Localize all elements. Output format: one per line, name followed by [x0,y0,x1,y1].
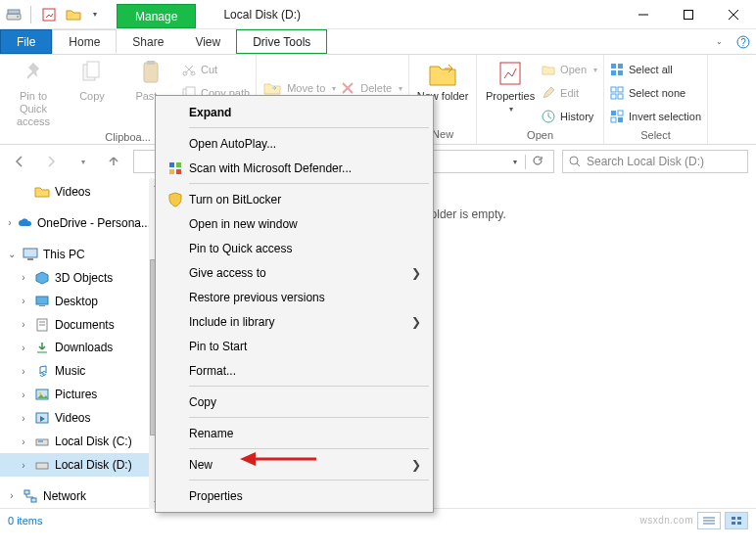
ctx-format[interactable]: Format... [158,358,431,383]
ctx-open-new-window[interactable]: Open in new window [158,211,431,236]
minimize-button[interactable] [621,0,666,29]
sidebar-item-videos2[interactable]: › Videos [0,406,151,430]
ctx-open-autoplay[interactable]: Open AutoPlay... [158,131,431,156]
title-bar: ▾ Manage Local Disk (D:) [0,0,756,29]
search-box[interactable]: Search Local Disk (D:) [562,150,748,173]
refresh-icon[interactable] [525,155,549,169]
ctx-include-library[interactable]: Include in library❯ [158,309,431,334]
svg-rect-60 [176,162,181,167]
tab-file[interactable]: File [0,29,52,54]
ctx-restore-previous[interactable]: Restore previous versions [158,285,431,309]
svg-rect-23 [618,64,623,69]
3d-icon [33,271,51,285]
breadcrumb-dropdown-icon[interactable]: ▾ [513,158,517,166]
sidebar-item-this-pc[interactable]: ⌄ This PC [0,243,151,266]
svg-rect-20 [500,63,520,84]
up-button[interactable] [102,150,125,173]
close-button[interactable] [711,0,756,29]
forward-button[interactable] [39,150,63,173]
select-all-button[interactable]: Select all [610,59,701,80]
select-none-icon [610,86,624,100]
status-item-count: 0 items [8,515,42,527]
select-none-button[interactable]: Select none [610,82,701,104]
ctx-bitlocker[interactable]: Turn on BitLocker [158,187,431,211]
svg-rect-38 [36,297,48,304]
drive-icon [33,435,51,447]
svg-rect-50 [24,490,29,494]
sidebar-item-3d-objects[interactable]: › 3D Objects [0,266,151,290]
svg-rect-28 [611,94,616,99]
view-large-icons-icon[interactable] [725,512,748,529]
qa-newfolder-icon[interactable] [64,6,83,23]
svg-rect-1 [8,10,20,14]
group-select: Select all Select none Invert selection … [604,55,708,144]
properties-button[interactable]: Properties▾ [483,59,538,114]
downloads-icon [33,341,51,354]
ctx-scan-defender[interactable]: Scan with Microsoft Defender... [158,156,431,180]
quick-access-toolbar: ▾ [0,0,105,28]
sidebar-item-music[interactable]: › Music [0,359,151,383]
ctx-pin-start[interactable]: Pin to Start [158,334,431,358]
maximize-button[interactable] [666,0,711,29]
open-icon [542,63,555,76]
scissors-icon [182,63,196,76]
back-button[interactable] [8,150,31,173]
ctx-give-access-to[interactable]: Give access to❯ [158,260,431,285]
invert-selection-button[interactable]: Invert selection [610,106,701,127]
svg-rect-39 [39,305,45,306]
qa-properties-icon[interactable] [40,6,58,23]
view-details-icon[interactable] [697,512,721,529]
open-button[interactable]: Open▾ [542,59,597,80]
svg-rect-27 [618,87,623,92]
sidebar-item-onedrive[interactable]: › OneDrive - Persona... [0,211,151,235]
ctx-properties[interactable]: Properties [158,483,431,508]
qa-customize-icon[interactable]: ▾ [89,8,99,21]
sidebar-item-downloads[interactable]: › Downloads [0,336,151,359]
edit-icon [542,86,555,100]
manage-tab-header: Manage [117,4,196,28]
history-button[interactable]: History [542,106,597,127]
sidebar-item-videos-qa[interactable]: Videos [0,180,151,204]
svg-rect-22 [611,64,616,69]
ctx-copy[interactable]: Copy [158,390,431,414]
ctx-new[interactable]: New❯ [158,452,431,477]
svg-rect-49 [36,463,48,469]
svg-rect-13 [147,61,155,65]
tab-drive-tools[interactable]: Drive Tools [236,29,327,54]
group-label-new: New [432,126,453,140]
group-label-open: Open [527,127,553,141]
sidebar-item-network[interactable]: › Network [0,484,151,508]
window-title: Local Disk (D:) [196,0,301,28]
tab-view[interactable]: View [179,29,236,54]
sidebar-item-local-disk-c[interactable]: › Local Disk (C:) [0,430,151,453]
pin-to-quick-access-button[interactable]: Pin to Quick access [6,59,61,129]
svg-rect-51 [31,498,36,502]
history-icon [542,110,555,123]
sidebar-item-local-disk-d[interactable]: › Local Disk (D:) [0,453,151,477]
sidebar-item-pictures[interactable]: › Pictures [0,383,151,406]
svg-text:?: ? [740,37,746,48]
shield-icon [162,192,189,207]
help-icon[interactable]: ? [731,29,756,54]
edit-button[interactable]: Edit [542,82,597,104]
ctx-rename[interactable]: Rename [158,421,431,445]
sidebar-item-documents[interactable]: › Documents [0,313,151,337]
ribbon-collapse-icon[interactable]: ⌄ [705,29,731,54]
ctx-pin-quick-access[interactable]: Pin to Quick access [158,236,431,260]
window-controls [621,0,756,28]
watermark: wsxdn.com [639,515,693,526]
invert-selection-icon [610,110,624,123]
tab-share[interactable]: Share [117,29,179,54]
ctx-expand[interactable]: Expand [158,100,431,124]
copy-button[interactable]: Copy [65,59,119,103]
contextual-tab-header: Manage [117,0,196,28]
svg-point-34 [570,157,578,164]
pc-icon [22,248,39,261]
cut-button[interactable]: Cut [182,59,250,80]
sidebar-item-desktop[interactable]: › Desktop [0,290,151,313]
svg-point-45 [39,392,42,395]
recent-locations-button[interactable]: ▾ [71,150,94,173]
ribbon-tab-row: File Home Share View Drive Tools ⌄ ? [0,29,756,55]
tab-home[interactable]: Home [52,29,117,54]
desktop-icon [33,296,51,307]
